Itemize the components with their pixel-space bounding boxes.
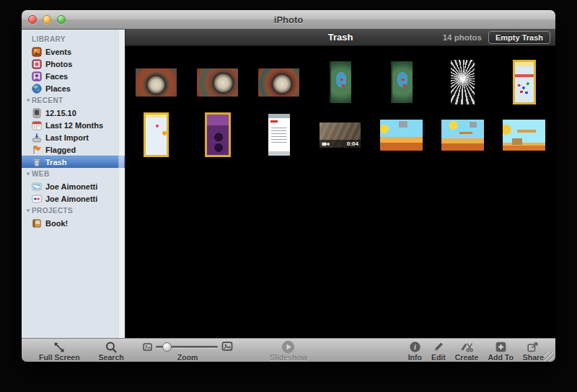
sidebar-item-trash[interactable]: Trash (22, 156, 125, 168)
toolbar-button-full-screen[interactable]: Full Screen (39, 341, 80, 362)
toolbar-button-zoom[interactable]: Zoom (143, 341, 233, 362)
bottom-toolbar: Full ScreenSearchZoom Slideshow iInfoEdi… (22, 338, 555, 362)
fullscreen-icon (53, 341, 66, 353)
photo-grid: 0:04 (125, 46, 555, 338)
sidebar-section-header-web[interactable]: ▼WEB (22, 168, 125, 180)
sidebar-item-last-12-months[interactable]: Last 12 Months (22, 119, 125, 131)
sidebar-item-photos[interactable]: Photos (22, 58, 125, 70)
toolbar-label-info: Info (408, 353, 422, 362)
search-icon (105, 341, 118, 353)
disclosure-triangle-icon[interactable]: ▼ (25, 97, 32, 104)
photo-thumbnail-game-over-screenshot[interactable] (205, 112, 231, 157)
empty-trash-button[interactable]: Empty Trash (488, 31, 550, 44)
sidebar-section-label: RECENT (32, 97, 63, 104)
toolbar-button-add-to[interactable]: Add To (488, 341, 513, 362)
toolbar-button-info[interactable]: iInfo (408, 341, 422, 362)
photo-thumbnail-move-the-ball-instructions-screenshot[interactable] (268, 114, 290, 156)
photo-thumbnail-black-white-abstract-photo[interactable] (451, 60, 475, 104)
sidebar-item-places[interactable]: Places (22, 82, 125, 94)
sidebar-section-label: LIBRARY (32, 35, 66, 43)
faces-icon (32, 71, 42, 81)
content-header-bar: Trash 14 photos Empty Trash (125, 30, 555, 46)
close-button[interactable] (28, 15, 37, 24)
sidebar-item-label: 12.15.10 (45, 109, 76, 117)
photo-thumbnail-cartoon-game-screenshot-1[interactable] (380, 120, 423, 151)
photo-thumbnail-puzzle-game-final-wave-screenshot[interactable] (513, 60, 536, 104)
photo-thumbnail-video-clip-wood-floor[interactable]: 0:04 (320, 122, 361, 148)
zoom-slider[interactable] (156, 342, 218, 352)
disclosure-triangle-icon[interactable]: ▼ (25, 171, 32, 177)
photo-thumbnail-pinball-arena-screenshot-2[interactable] (197, 68, 238, 97)
photo-cell: 0:04 (309, 112, 371, 158)
toolbar-button-slideshow[interactable]: Slideshow (270, 341, 307, 362)
sidebar-scrollbar[interactable] (118, 30, 124, 338)
photo-thumbnail-pinball-arena-screenshot-3[interactable] (258, 68, 299, 97)
window-title: iPhoto (274, 14, 303, 25)
photo-count-label: 14 photos (443, 33, 482, 42)
toolbar-button-share[interactable]: Share (523, 341, 544, 362)
photo-thumbnail-cartoon-game-screenshot-2[interactable] (441, 120, 484, 151)
sidebar-section-header-recent[interactable]: ▼RECENT (22, 94, 125, 107)
window-controls (28, 15, 66, 24)
sidebar-item-label: Flagged (45, 146, 76, 154)
photo-cell (432, 112, 493, 158)
photo-cell (371, 59, 432, 105)
flag-icon (32, 145, 42, 155)
sidebar-item-label: Faces (45, 72, 68, 81)
disclosure-triangle-icon[interactable]: ▼ (25, 208, 32, 214)
minimize-button[interactable] (43, 15, 51, 24)
photo-cell (248, 59, 309, 105)
toolbar-label-full-screen: Full Screen (39, 353, 80, 362)
sidebar-item-flagged[interactable]: Flagged (22, 143, 125, 156)
info-icon: i (409, 341, 421, 353)
photo-thumbnail-pinball-arena-screenshot-1[interactable] (136, 68, 177, 97)
sidebar-item-label: Joe Aimonetti (45, 195, 97, 203)
sidebar-item-label: Places (45, 84, 71, 93)
sidebar-item-last-import[interactable]: Last Import (22, 131, 125, 143)
window-resize-grip[interactable] (544, 352, 554, 362)
video-duration: 0:04 (347, 141, 358, 147)
toolbar-button-create[interactable]: Create (455, 341, 479, 362)
zoom-in-photo-icon (221, 341, 233, 354)
toolbar-label-edit: Edit (431, 353, 446, 362)
sidebar-section-header-projects[interactable]: ▼PROJECTS (22, 205, 125, 217)
toolbar-label-add-to: Add To (488, 353, 513, 362)
events-icon (32, 47, 42, 57)
zoom-window-button[interactable] (57, 15, 66, 24)
calendar-icon (32, 120, 42, 130)
toolbar-label-zoom: Zoom (177, 353, 198, 362)
photo-cell (125, 112, 187, 158)
sidebar-item-flickr-joe-aimonetti[interactable]: Joe Aimonetti (22, 192, 125, 205)
photo-thumbnail-golf-course-map-screenshot-2[interactable] (391, 61, 413, 103)
toolbar-button-edit[interactable]: Edit (431, 341, 446, 362)
sidebar-item-faces[interactable]: Faces (22, 70, 125, 82)
source-list-sidebar: LIBRARYEventsPhotosFacesPlaces▼RECENT12.… (22, 30, 125, 338)
sidebar-item-label: Events (45, 48, 71, 56)
sidebar-section-label: PROJECTS (32, 207, 73, 215)
sidebar-item-events[interactable]: Events (22, 45, 125, 58)
flickr-icon (32, 194, 42, 204)
photo-thumbnail-golf-course-map-screenshot-1[interactable] (330, 61, 351, 103)
photo-grid-row-2: 0:04 (125, 112, 555, 158)
title-bar[interactable]: iPhoto (22, 10, 555, 30)
toolbar-label-search: Search (99, 353, 124, 362)
photo-grid-row-1 (125, 59, 555, 105)
sidebar-section-header-library: LIBRARY (22, 33, 125, 45)
web-gallery-icon (32, 182, 42, 192)
zoom-slider-knob[interactable] (162, 342, 172, 352)
toolbar-button-search[interactable]: Search (99, 341, 124, 362)
sidebar-section-label: WEB (32, 170, 50, 178)
sidebar-item-web-gallery-joe-aimonetti[interactable]: Joe Aimonetti (22, 180, 125, 192)
play-circle-icon (282, 341, 296, 353)
sidebar-item-label: Book! (45, 219, 68, 228)
photo-cell (493, 112, 555, 158)
sidebar-item-dec-15-10[interactable]: 12.15.10 (22, 107, 125, 119)
book-icon (32, 218, 42, 228)
photos-icon (32, 59, 42, 69)
photo-thumbnail-cartoon-game-screenshot-3[interactable] (503, 120, 545, 151)
photo-thumbnail-puzzle-game-board-screenshot[interactable] (144, 112, 169, 157)
sidebar-item-book[interactable]: Book! (22, 217, 125, 229)
toolbar-label-share: Share (523, 353, 544, 362)
photo-cell (187, 112, 248, 158)
photo-cell (432, 59, 493, 105)
